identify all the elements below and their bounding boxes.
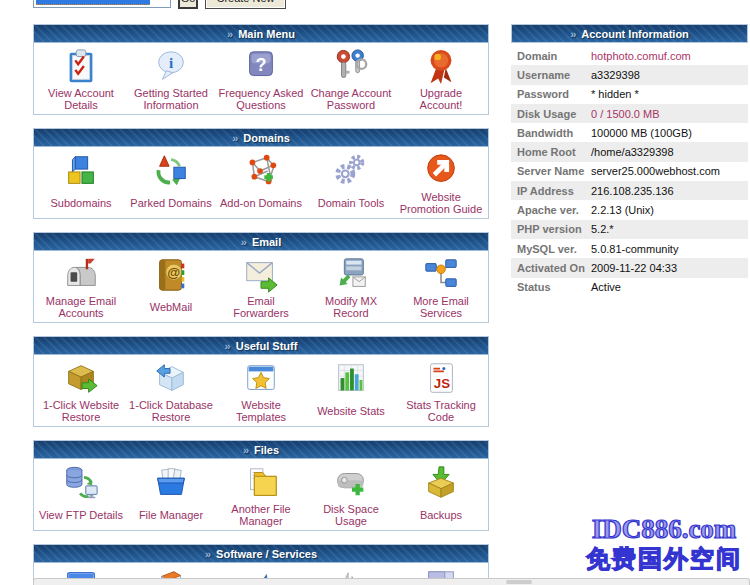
menu-item-website-stats[interactable]: Website Stats [306,360,396,423]
info-row-domain: Domainhotphoto.comuf.com [511,46,748,65]
restore-box-icon [62,360,100,398]
section-header: »Software / Services [34,545,488,563]
section-body: 1-Click Website Restore1-Click Database … [34,355,488,426]
menu-item-website-promotion-guide[interactable]: Website Promotion Guide [396,152,486,215]
info-row-bandwidth: Bandwidth100000 MB (100GB) [511,123,748,142]
info-label: IP Address [511,185,591,197]
section-title: Email [252,236,281,248]
menu-item-view-account-details[interactable]: View Account Details [36,48,126,111]
disk-drive-icon [332,464,370,502]
info-label: Disk Usage [511,108,591,120]
section-main-menu: »Main MenuView Account DetailsiGetting S… [33,24,489,115]
menu-item-parked-domains[interactable]: Parked Domains [126,152,216,215]
menu-item-domain-tools[interactable]: Domain Tools [306,152,396,215]
section-body: Manage Email Accounts@WebMailEmail Forwa… [34,251,488,322]
account-info-rows: Domainhotphoto.comuf.comUsernamea3329398… [511,46,748,297]
info-value: * hidden * [591,88,639,100]
info-row-ip-address: IP Address216.108.235.136 [511,181,748,200]
menu-item-label: Email Forwarders [216,294,306,319]
svg-text:?: ? [255,55,266,75]
chevron: » [205,548,211,560]
info-label: Domain [511,50,591,62]
menu-item-webmail[interactable]: @WebMail [126,256,216,319]
info-row-disk-usage: Disk Usage0 / 1500.0 MB [511,104,748,123]
services-diagram-icon [422,256,460,294]
section-header: »Main Menu [34,25,488,43]
create-new-button[interactable]: Create New [205,0,286,9]
menu-item-getting-started-information[interactable]: iGetting Started Information [126,48,216,111]
menu-item-label: Frequency Asked Questions [216,86,306,111]
section-body: SubdomainsParked DomainsAdd-on DomainsDo… [34,147,488,218]
menu-item-backups[interactable]: Backups [396,464,486,527]
info-value: a3329398 [591,69,640,81]
promotion-arrow-icon [422,152,460,190]
menu-item-modify-mx-record[interactable]: Modify MX Record [306,256,396,319]
menu-item-add-on-domains[interactable]: Add-on Domains [216,152,306,215]
menu-item-label: WebMail [148,294,195,319]
question-mark-icon: ? [242,48,280,86]
svg-text:@: @ [167,265,180,280]
info-row-server-name: Server Nameserver25.000webhost.com [511,162,748,181]
menu-item-file-manager[interactable]: File Manager [126,464,216,527]
section-files: »FilesView FTP DetailsFile ManagerAnothe… [33,440,489,531]
menu-item-label: File Manager [137,502,205,527]
section-header: »Email [34,233,488,251]
menu-item-stats-tracking-code[interactable]: JSStats Tracking Code [396,360,486,423]
info-value: /home/a3329398 [591,146,674,158]
info-label: Home Root [511,146,591,158]
menu-item-subdomains[interactable]: Subdomains [36,152,126,215]
account-info-panel: » Account Information Domainhotphoto.com… [511,24,748,297]
svg-text:i: i [169,54,173,71]
menu-item-label: Website Templates [216,398,306,423]
address-book-icon: @ [152,256,190,294]
gears-icon [332,152,370,190]
section-domains: »DomainsSubdomainsParked DomainsAdd-on D… [33,128,489,219]
menu-item-disk-space-usage[interactable]: Disk Space Usage [306,464,396,527]
menu-item-label: Upgrade Account! [396,86,486,111]
section-title: Main Menu [238,28,295,40]
info-value: 2.2.13 (Unix) [591,204,654,216]
info-value: 100000 MB (100GB) [591,127,692,139]
menu-item-label: Manage Email Accounts [36,294,126,319]
horizontal-scrollbar[interactable] [33,578,750,585]
info-row-status: StatusActive [511,278,748,297]
info-bubble-icon: i [152,48,190,86]
menu-item-1-click-database-restore[interactable]: 1-Click Database Restore [126,360,216,423]
server-mail-icon [332,256,370,294]
chevron: » [241,236,247,248]
folder-icon [242,464,280,502]
info-value[interactable]: hotphoto.comuf.com [591,50,691,62]
menu-item-website-templates[interactable]: Website Templates [216,360,306,423]
section-useful-stuff: »Useful Stuff1-Click Website Restore1-Cl… [33,336,489,427]
selected-text-highlight [36,0,150,5]
menu-item-label: Change Account Password [306,86,396,111]
menu-item-more-email-services[interactable]: More Email Services [396,256,486,319]
menu-item-label: View Account Details [36,86,126,111]
js-code-icon: JS [422,360,460,398]
info-value: Active [591,281,621,293]
menu-item-upgrade-account[interactable]: Upgrade Account! [396,48,486,111]
section-title: Useful Stuff [236,340,298,352]
backup-box-icon [422,464,460,502]
go-button[interactable]: Go [178,0,198,9]
menu-item-label: Website Stats [315,398,387,423]
menu-item-frequency-asked-questions[interactable]: ?Frequency Asked Questions [216,48,306,111]
database-restore-icon [152,360,190,398]
info-label: Status [511,281,591,293]
chevron: » [243,444,249,456]
menu-item-view-ftp-details[interactable]: View FTP Details [36,464,126,527]
file-box-icon [152,464,190,502]
menu-item-change-account-password[interactable]: Change Account Password [306,48,396,111]
menu-item-1-click-website-restore[interactable]: 1-Click Website Restore [36,360,126,423]
section-body: View FTP DetailsFile ManagerAnother File… [34,459,488,530]
award-ribbon-icon [422,48,460,86]
cubes-icon [62,152,100,190]
menu-item-another-file-manager[interactable]: Another File Manager [216,464,306,527]
menu-item-label: Website Promotion Guide [396,190,486,215]
domain-input[interactable] [33,0,171,8]
menu-item-manage-email-accounts[interactable]: Manage Email Accounts [36,256,126,319]
info-value[interactable]: 0 / 1500.0 MB [591,108,660,120]
scrollbar-thumb[interactable] [506,580,532,584]
info-value: 216.108.235.136 [591,185,674,197]
menu-item-email-forwarders[interactable]: Email Forwarders [216,256,306,319]
